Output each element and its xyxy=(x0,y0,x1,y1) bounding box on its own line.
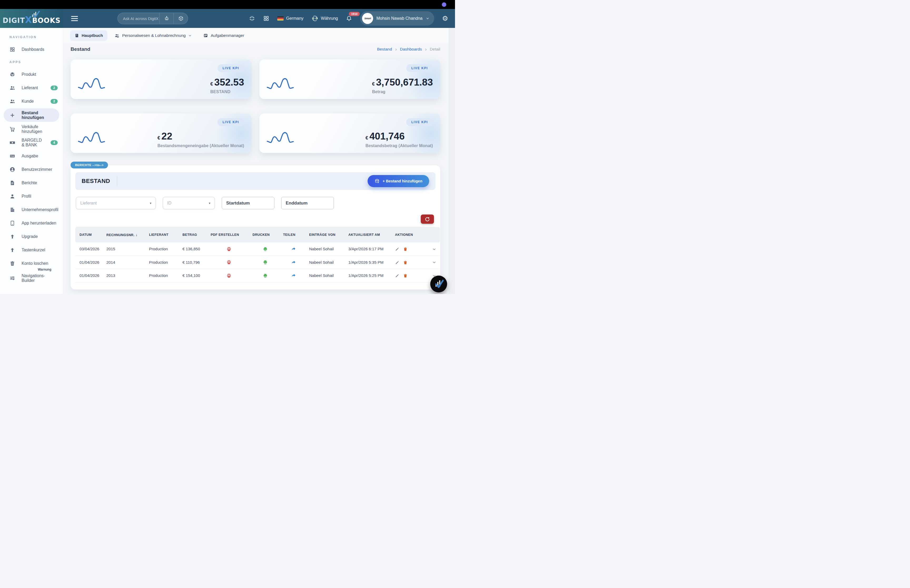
tab-label: Personalwesen & Lohnabrechnung xyxy=(122,33,186,38)
sidebar-item-benutzerzimmer[interactable]: Benutzerzimmer xyxy=(0,163,63,176)
letterbox-bar xyxy=(0,0,455,9)
sidebar-item-unternehmensprofil[interactable]: Unternehmensprofil xyxy=(0,203,63,216)
breadcrumb-separator: › xyxy=(425,47,427,52)
sidebar-item-label: Berichte xyxy=(22,181,37,185)
kpi-value: €352.53 xyxy=(210,78,244,87)
delete-icon[interactable] xyxy=(403,260,407,265)
cell-betrag: € 110,796 xyxy=(180,255,208,269)
sidebar-item-label: App herunterladen xyxy=(22,221,57,226)
breadcrumb-bestand[interactable]: Bestand xyxy=(377,47,392,52)
delete-icon[interactable] xyxy=(403,273,407,278)
sidebar-item-app-herunterladen[interactable]: App herunterladen xyxy=(0,216,63,230)
startdatum-label: Startdatum xyxy=(226,200,250,206)
apps-launcher-button[interactable] xyxy=(263,15,269,22)
add-bestand-label: + Bestand hinzufügen xyxy=(383,179,422,183)
ai-assistant-button[interactable] xyxy=(159,13,173,24)
team-gear-icon xyxy=(115,33,120,38)
col-eintraege-von[interactable]: EINTRÄGE VON xyxy=(307,227,346,242)
notifications-button[interactable]: 1910 xyxy=(346,15,352,22)
kpi-value: €3,750,671.83 xyxy=(372,78,433,87)
col-teilen[interactable]: TEILEN xyxy=(280,227,307,242)
kpi-card-bestand: LIVE KPI €352.53 BESTAND xyxy=(71,60,251,99)
collapse-view-button[interactable] xyxy=(249,15,255,22)
id-filter-select[interactable]: ID ▾ xyxy=(163,197,215,209)
tab-hauptbuch[interactable]: Hauptbuch xyxy=(70,30,107,41)
edit-icon[interactable] xyxy=(395,247,399,251)
sidebar-item-bestand-hinzufuegen[interactable]: Bestand hinzufügen xyxy=(4,108,59,122)
tab-label: Hauptbuch xyxy=(82,33,103,38)
menu-toggle-button[interactable] xyxy=(71,15,78,23)
pdf-erstellen-icon[interactable] xyxy=(226,273,231,278)
sidebar-item-ausgabe[interactable]: $ Ausgabe xyxy=(0,149,63,163)
ai-search-input[interactable] xyxy=(118,13,159,24)
col-betrag[interactable]: BETRAG xyxy=(180,227,208,242)
currency-exchange-icon: $ € xyxy=(312,15,318,22)
kpi-card-betrag: LIVE KPI €3,750,671.83 Betrag xyxy=(259,60,440,99)
teilen-icon[interactable] xyxy=(291,273,296,278)
delete-icon[interactable] xyxy=(403,247,407,251)
tablet-icon xyxy=(10,220,15,226)
brand-floating-button[interactable] xyxy=(430,276,447,292)
sidebar-item-label: Konto loschen xyxy=(22,261,48,266)
settings-gear-icon[interactable]: ⚙ xyxy=(442,15,448,22)
pdf-erstellen-icon[interactable] xyxy=(226,247,231,252)
col-aktualisiert-am[interactable]: AKTUALISIERT AM xyxy=(346,227,392,242)
teilen-icon[interactable] xyxy=(291,260,296,265)
drucken-icon[interactable] xyxy=(263,273,268,278)
sidebar-item-profil[interactable]: Profil xyxy=(0,189,63,203)
currency-selector[interactable]: $ € Währung xyxy=(312,15,338,22)
sidebar-item-produkt[interactable]: Produkt xyxy=(0,68,63,81)
drucken-icon[interactable] xyxy=(263,247,268,252)
module-tabbar: Hauptbuch Personalwesen & Lohnabrechnung… xyxy=(63,28,455,43)
col-datum[interactable]: DATUM xyxy=(75,227,104,242)
live-kpi-badge: LIVE KPI xyxy=(406,64,433,72)
vertical-scrollbar[interactable] xyxy=(449,28,455,294)
startdatum-input[interactable]: Startdatum xyxy=(222,197,274,209)
refresh-button[interactable] xyxy=(421,215,434,224)
tab-personalwesen[interactable]: Personalwesen & Lohnabrechnung xyxy=(110,30,196,41)
currency-label: Währung xyxy=(321,16,338,21)
page-title: Bestand xyxy=(71,46,91,52)
col-lieferant[interactable]: LIEFERANT xyxy=(146,227,180,242)
col-pdf-erstellen[interactable]: PDF ERSTELLEN xyxy=(208,227,250,242)
sidebar-item-label: Kunde xyxy=(22,99,34,104)
user-menu[interactable]: Smart Mohsin Nawab Chandna xyxy=(360,11,434,26)
language-selector[interactable]: Germany xyxy=(277,16,304,21)
trash-icon xyxy=(10,260,15,267)
table-row: 01/04/2026 2013 Production € 154,100 Nab… xyxy=(75,269,440,283)
add-bestand-button[interactable]: + Bestand hinzufügen xyxy=(368,175,429,187)
edit-icon[interactable] xyxy=(395,273,399,278)
expand-row-icon[interactable] xyxy=(432,260,436,265)
sidebar-item-bargeld-bank[interactable]: BARGELD & BANK 4 xyxy=(0,136,63,149)
sidebar-item-upgrade[interactable]: Upgrade xyxy=(0,230,63,243)
enddatum-input[interactable]: Enddatum xyxy=(281,197,334,209)
sort-descending-icon[interactable]: ↓ xyxy=(136,233,137,237)
expand-row-icon[interactable] xyxy=(432,247,436,251)
sidebar-item-lieferant[interactable]: Lieferant 2 xyxy=(0,81,63,94)
sidebar-item-label: Navigations-Builder xyxy=(22,273,58,283)
teilen-icon[interactable] xyxy=(291,247,296,251)
col-rechnungsnr[interactable]: RECHNUNGSNR.↓ xyxy=(104,227,146,242)
tab-aufgabenmanager[interactable]: Aufgabenmanager xyxy=(199,30,249,41)
pdf-erstellen-icon[interactable] xyxy=(226,260,231,265)
col-drucken[interactable]: DRUCKEN xyxy=(250,227,280,242)
sidebar-item-verkaeufe-hinzufuegen[interactable]: Verkäufe hinzufügen xyxy=(0,123,63,136)
app-logo[interactable]: DIGITXBOOKS xyxy=(0,9,63,28)
sidebar-item-kunde[interactable]: Kunde 2 xyxy=(0,94,63,108)
section-title: BESTAND xyxy=(82,178,110,184)
sidebar-item-dashboards[interactable]: Dashboards xyxy=(0,43,63,56)
kpi-card-bestandsbetrag: LIVE KPI €401,746 Bestandsbetrag (Aktuel… xyxy=(259,113,440,153)
user-name: Mohsin Nawab Chandna xyxy=(376,16,422,21)
sidebar-item-tastenkurzel[interactable]: Tastenkurzel xyxy=(0,243,63,257)
breadcrumb-dashboards[interactable]: Dashboards xyxy=(400,47,422,52)
drucken-icon[interactable] xyxy=(263,260,268,265)
plus-icon xyxy=(10,112,15,118)
sidebar-item-label: Verkäufe hinzufügen xyxy=(22,124,58,134)
knowledge-box-button[interactable] xyxy=(173,13,188,24)
col-aktionen[interactable]: AKTIONEN xyxy=(392,227,428,242)
lieferant-filter-select[interactable]: Lieferant ▾ xyxy=(76,197,156,209)
edit-icon[interactable] xyxy=(395,260,399,265)
sidebar-item-navigations-builder[interactable]: Navigations-Builder xyxy=(0,271,63,285)
filter-row: Lieferant ▾ ID ▾ Startdatum Enddatum xyxy=(76,197,435,209)
sidebar-item-berichte[interactable]: Berichte xyxy=(0,176,63,189)
